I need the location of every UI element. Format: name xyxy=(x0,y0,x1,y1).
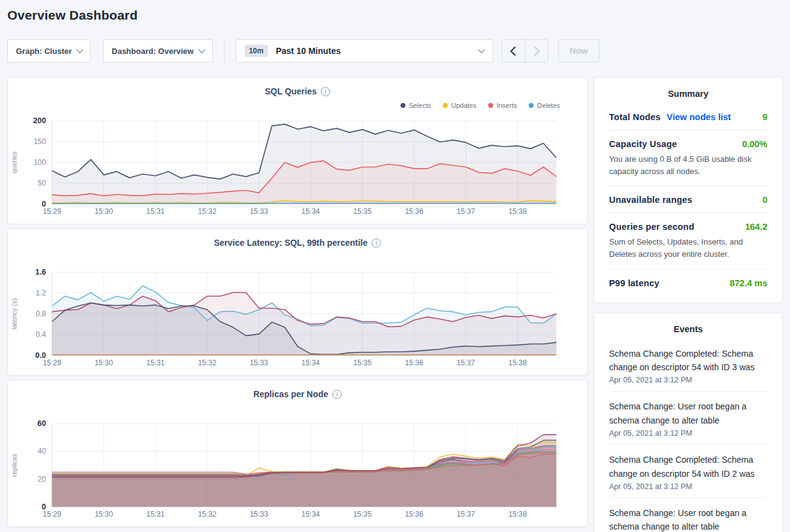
next-range-button[interactable] xyxy=(525,40,548,62)
svg-text:150: 150 xyxy=(34,137,46,146)
sidebar: Summary Total Nodes View nodes list 9 Ca… xyxy=(594,77,783,532)
summary-value: 9 xyxy=(762,112,767,122)
sql-queries-panel: SQL Queries Selects Updates Inserts Dele… xyxy=(7,77,588,224)
overview-dashboard-page: Overview Dashboard Graph: Cluster Dashbo… xyxy=(0,0,790,532)
event-item: Schema Change: User root began a schema … xyxy=(609,391,767,444)
summary-row-capacity: Capacity Usage 0.00% You are using 0 B o… xyxy=(609,130,767,186)
svg-text:1.6: 1.6 xyxy=(36,268,46,276)
svg-text:15:36: 15:36 xyxy=(405,359,423,367)
svg-text:0: 0 xyxy=(42,503,46,511)
svg-text:0: 0 xyxy=(42,200,46,208)
svg-text:15:29: 15:29 xyxy=(43,510,61,519)
svg-text:20: 20 xyxy=(38,475,47,484)
event-timestamp: Apr 05, 2021 at 3:12 PM xyxy=(609,429,767,438)
svg-text:15:29: 15:29 xyxy=(43,207,61,216)
time-range-badge: 10m xyxy=(245,45,268,57)
page-title: Overview Dashboard xyxy=(7,8,790,23)
svg-text:0.0: 0.0 xyxy=(36,351,46,360)
summary-label: Capacity Usage xyxy=(609,139,677,149)
legend-dot xyxy=(443,103,448,108)
dashboard-dropdown[interactable]: Dashboard: Overview xyxy=(103,39,213,63)
legend-item: Deletes xyxy=(529,102,560,109)
svg-text:15:37: 15:37 xyxy=(457,510,475,519)
service-latency-title-row: Service Latency: SQL, 99th percentile xyxy=(8,235,587,250)
svg-text:latency (s): latency (s) xyxy=(10,298,18,330)
summary-label: Total Nodes xyxy=(609,112,661,122)
legend-label: Updates xyxy=(451,102,477,109)
chevron-down-icon xyxy=(198,46,205,53)
event-item: Schema Change: User root began a schema … xyxy=(609,498,767,532)
legend-label: Inserts xyxy=(497,102,517,109)
replicas-title-row: Replicas per Node xyxy=(8,387,587,401)
svg-text:15:31: 15:31 xyxy=(147,207,165,216)
dashboard-dropdown-label: Dashboard: Overview xyxy=(112,47,194,56)
svg-text:15:38: 15:38 xyxy=(508,207,527,216)
chevron-down-icon xyxy=(76,46,83,53)
charts-column: SQL Queries Selects Updates Inserts Dele… xyxy=(7,77,588,527)
summary-label: Unavailable ranges xyxy=(609,195,692,205)
event-message: Schema Change: User root began a schema … xyxy=(609,400,767,427)
summary-panel: Summary Total Nodes View nodes list 9 Ca… xyxy=(594,77,783,303)
legend-dot xyxy=(401,103,405,108)
summary-label: Queries per second xyxy=(609,222,694,232)
svg-text:15:38: 15:38 xyxy=(508,359,527,367)
summary-title: Summary xyxy=(609,89,767,99)
view-nodes-link[interactable]: View nodes list xyxy=(667,112,731,122)
summary-row-total-nodes: Total Nodes View nodes list 9 xyxy=(609,104,767,130)
svg-text:15:34: 15:34 xyxy=(302,207,320,216)
svg-text:queries: queries xyxy=(10,151,18,173)
svg-text:15:35: 15:35 xyxy=(353,510,372,519)
events-panel: Events Schema Change Completed: Schema c… xyxy=(594,313,783,532)
svg-text:15:37: 15:37 xyxy=(457,359,475,367)
summary-row-p99: P99 latency 872.4 ms xyxy=(609,269,767,296)
event-timestamp: Apr 05, 2021 at 3:12 PM xyxy=(609,482,767,491)
event-message: Schema Change Completed: Schema change o… xyxy=(609,347,767,374)
summary-row-unavailable: Unavailable ranges 0 xyxy=(609,186,767,213)
svg-text:15:31: 15:31 xyxy=(147,510,165,519)
sql-queries-chart: 15:2915:3015:3115:3215:3315:3415:3515:36… xyxy=(8,112,587,221)
controls-divider xyxy=(224,39,224,63)
svg-text:15:36: 15:36 xyxy=(405,510,423,519)
info-icon[interactable] xyxy=(372,238,381,248)
summary-description: Sum of Selects, Updates, Inserts, and De… xyxy=(609,236,767,260)
event-item: Schema Change Completed: Schema change o… xyxy=(609,339,767,392)
graph-dropdown[interactable]: Graph: Cluster xyxy=(7,39,91,63)
legend-item: Updates xyxy=(443,102,477,109)
svg-text:60: 60 xyxy=(37,419,46,428)
now-button[interactable]: Now xyxy=(558,39,600,63)
event-timestamp: Apr 05, 2021 at 3:12 PM xyxy=(609,376,767,384)
info-icon[interactable] xyxy=(321,87,330,96)
svg-text:15:32: 15:32 xyxy=(198,207,217,216)
svg-text:15:38: 15:38 xyxy=(508,510,527,519)
time-range-label: Past 10 Minutes xyxy=(276,46,479,56)
svg-text:15:32: 15:32 xyxy=(198,359,217,367)
svg-text:15:33: 15:33 xyxy=(250,510,268,519)
legend-spacer xyxy=(8,250,587,264)
chart-title: Replicas per Node xyxy=(253,389,328,399)
chart-title: SQL Queries xyxy=(265,86,317,96)
svg-text:15:31: 15:31 xyxy=(147,359,165,367)
info-icon[interactable] xyxy=(332,390,342,399)
svg-text:15:35: 15:35 xyxy=(353,207,372,216)
svg-text:15:36: 15:36 xyxy=(405,207,423,216)
time-range-select[interactable]: 10m Past 10 Minutes xyxy=(236,39,493,63)
sql-queries-title-row: SQL Queries xyxy=(8,84,587,99)
prev-range-button[interactable] xyxy=(502,40,525,62)
event-item: Schema Change Completed: Schema change o… xyxy=(609,444,767,498)
legend-label: Deletes xyxy=(537,102,560,109)
service-latency-chart: 15:2915:3015:3115:3215:3315:3415:3515:36… xyxy=(8,264,587,373)
svg-text:replicas: replicas xyxy=(10,454,18,477)
svg-text:15:29: 15:29 xyxy=(43,359,61,367)
chevron-right-icon xyxy=(531,46,540,56)
legend-item: Inserts xyxy=(488,102,517,109)
svg-text:15:30: 15:30 xyxy=(94,510,113,519)
summary-value: 164.2 xyxy=(745,222,767,232)
time-range-arrows xyxy=(502,39,548,63)
summary-row-qps: Queries per second 164.2 Sum of Selects,… xyxy=(609,213,767,268)
svg-text:200: 200 xyxy=(33,116,46,125)
svg-text:40: 40 xyxy=(38,447,47,455)
graph-dropdown-label: Graph: Cluster xyxy=(16,47,72,56)
chevron-left-icon xyxy=(510,46,520,56)
svg-text:15:32: 15:32 xyxy=(198,510,217,519)
summary-value: 0 xyxy=(762,195,767,205)
